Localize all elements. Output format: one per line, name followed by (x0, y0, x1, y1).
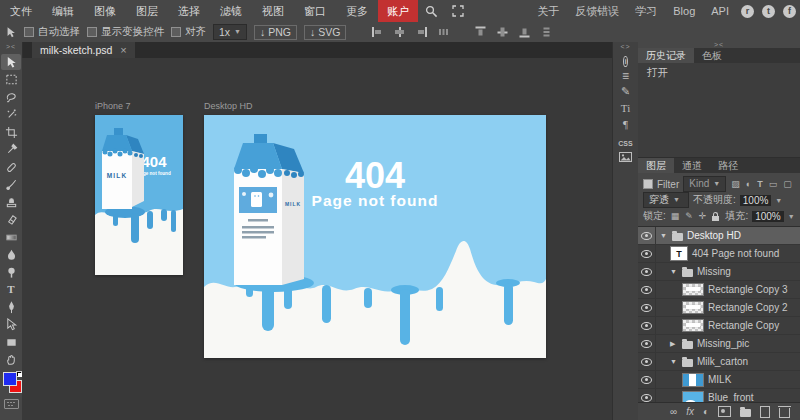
collapse-strip-icon[interactable]: <> (613, 43, 638, 50)
filter-image-icon[interactable]: ▨ (731, 179, 740, 189)
export-scale-select[interactable]: 1x ▼ (213, 24, 247, 40)
spot-heal-tool[interactable] (1, 159, 21, 175)
facebook-icon[interactable]: f (783, 5, 796, 18)
artboard-iphone-7[interactable]: 404 Page not found (95, 115, 183, 275)
lock-position-icon[interactable]: ✛ (699, 211, 707, 221)
filter-kind-select[interactable]: Kind ▼ (683, 176, 726, 192)
menu-layer[interactable]: 图层 (126, 0, 168, 22)
menu-window[interactable]: 窗口 (294, 0, 336, 22)
lock-paint-icon[interactable]: ✎ (685, 211, 693, 221)
checkbox-icon[interactable] (87, 27, 97, 37)
layer-effects-icon[interactable]: fx (686, 406, 694, 417)
artboard-desktop-hd[interactable]: MILK 404 Page not found (204, 115, 546, 358)
lock-transparency-icon[interactable]: ▦ (671, 211, 680, 221)
layer-name[interactable]: Rectangle Copy 2 (708, 302, 788, 313)
layer-row-missing-pic-group[interactable]: ▶ Missing_pic (638, 335, 800, 353)
lock-all-icon[interactable] (712, 216, 719, 221)
visibility-toggle[interactable] (638, 371, 656, 388)
menu-edit[interactable]: 编辑 (42, 0, 84, 22)
layer-name[interactable]: Missing_pic (697, 338, 749, 349)
layer-row-milk[interactable]: MILK (638, 371, 800, 389)
adjustments-icon[interactable]: ≡ (613, 69, 638, 83)
tab-swatches[interactable]: 色板 (694, 48, 730, 63)
visibility-toggle[interactable] (638, 317, 656, 334)
align-top-icon[interactable] (476, 27, 486, 38)
reddit-icon[interactable]: r (741, 5, 754, 18)
search-icon[interactable] (418, 5, 445, 18)
visibility-toggle[interactable] (638, 227, 656, 244)
align-center-horizontal-icon[interactable] (394, 27, 405, 37)
artboard-label-iphone[interactable]: iPhone 7 (95, 101, 131, 111)
link-learn[interactable]: 学习 (627, 4, 665, 19)
gradient-tool[interactable] (1, 229, 21, 245)
checkbox-icon[interactable] (24, 27, 34, 37)
visibility-toggle[interactable] (638, 353, 656, 370)
menu-filter[interactable]: 滤镜 (210, 0, 252, 22)
align-left-icon[interactable] (372, 27, 383, 37)
menu-view[interactable]: 视图 (252, 0, 294, 22)
distribute-vertical-icon[interactable] (542, 27, 552, 38)
export-png-button[interactable]: ↓ PNG (254, 25, 297, 40)
visibility-toggle[interactable] (638, 299, 656, 316)
filter-smart-icon[interactable]: ▢ (783, 179, 792, 189)
lasso-tool[interactable] (1, 89, 21, 105)
image-panel-icon[interactable] (613, 152, 638, 164)
chevron-down-icon[interactable]: ▼ (788, 213, 795, 220)
show-transform-checkbox[interactable]: 显示变换控件 (87, 25, 164, 39)
visibility-toggle[interactable] (638, 263, 656, 280)
distribute-horizontal-icon[interactable] (438, 27, 449, 37)
visibility-toggle[interactable] (638, 281, 656, 298)
add-mask-icon[interactable] (718, 406, 731, 417)
character-panel-icon[interactable]: Ti (613, 102, 638, 114)
hand-tool[interactable] (1, 351, 21, 367)
new-layer-icon[interactable] (760, 406, 770, 418)
filter-adjustment-icon[interactable]: ◐ (746, 179, 751, 189)
delete-layer-icon[interactable] (779, 408, 790, 418)
layer-name[interactable]: 404 Page not found (692, 248, 779, 259)
visibility-toggle[interactable] (638, 335, 656, 352)
foreground-color-swatch[interactable] (3, 372, 17, 386)
chevron-down-icon[interactable]: ▼ (660, 232, 668, 239)
blend-mode-select[interactable]: 穿透 ▼ (643, 192, 689, 208)
filter-shape-icon[interactable]: ▭ (769, 179, 778, 189)
layer-row-404-text[interactable]: T 404 Page not found (638, 245, 800, 263)
move-tool[interactable] (1, 54, 21, 70)
collapse-toolbar-icon[interactable]: >< (0, 43, 22, 50)
layer-row-milk-carton-group[interactable]: ▼ Milk_carton (638, 353, 800, 371)
dodge-tool[interactable] (1, 264, 21, 280)
fullscreen-icon[interactable] (445, 5, 471, 17)
layer-name[interactable]: Desktop HD (687, 230, 741, 241)
layer-row-rectangle-copy-2[interactable]: Rectangle Copy 2 (638, 299, 800, 317)
chevron-down-icon[interactable]: ▼ (670, 358, 678, 365)
chevron-right-icon[interactable]: ▶ (670, 340, 678, 348)
tab-channels[interactable]: 通道 (674, 158, 710, 173)
tab-layers[interactable]: 图层 (638, 158, 674, 173)
layer-name[interactable]: MILK (708, 374, 731, 385)
menu-image[interactable]: 图像 (84, 0, 126, 22)
crop-tool[interactable] (1, 124, 21, 140)
canvas-area[interactable]: iPhone 7 404 Page not found (22, 58, 612, 420)
layer-name[interactable]: Milk_carton (697, 356, 748, 367)
link-api[interactable]: API (703, 5, 737, 17)
visibility-toggle[interactable] (638, 245, 656, 262)
artboard-label-desktop[interactable]: Desktop HD (204, 101, 253, 111)
css-panel-icon[interactable]: CSS (613, 140, 638, 147)
menu-more[interactable]: 更多 (336, 0, 378, 22)
layer-row-missing-group[interactable]: ▼ Missing (638, 263, 800, 281)
layer-name[interactable]: Rectangle Copy 3 (708, 284, 788, 295)
eraser-tool[interactable] (1, 211, 21, 227)
align-right-icon[interactable] (416, 27, 427, 37)
history-entry-open[interactable]: 打开 (638, 63, 800, 83)
layer-name[interactable]: Rectangle Copy (708, 320, 779, 331)
menu-file[interactable]: 文件 (0, 0, 42, 22)
layer-name[interactable]: Missing (697, 266, 731, 277)
pen-tool[interactable] (1, 299, 21, 315)
twitter-icon[interactable]: t (762, 5, 775, 18)
close-icon[interactable]: × (120, 44, 126, 56)
link-blog[interactable]: Blog (665, 5, 703, 17)
rectangle-tool[interactable] (1, 334, 21, 350)
snap-checkbox[interactable]: 对齐 (171, 25, 206, 39)
properties-icon[interactable]: i (613, 54, 638, 67)
clone-stamp-tool[interactable] (1, 194, 21, 210)
link-about[interactable]: 关于 (529, 4, 567, 19)
